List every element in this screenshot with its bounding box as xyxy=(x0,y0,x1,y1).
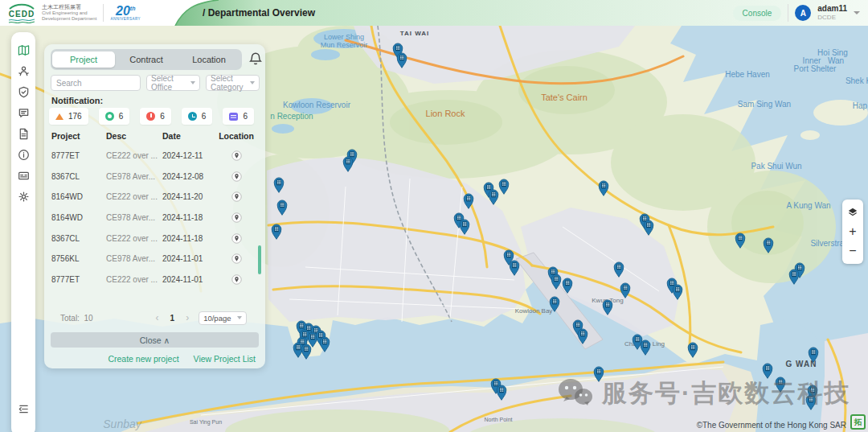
category-select[interactable]: Select Category xyxy=(206,75,260,91)
project-marker[interactable] xyxy=(788,269,800,285)
project-marker[interactable] xyxy=(577,328,588,344)
close-panel-button[interactable]: Close ∧ xyxy=(51,332,259,348)
tab-contract[interactable]: Contract xyxy=(115,51,178,68)
project-marker[interactable] xyxy=(551,274,562,290)
zoom-out-button[interactable]: − xyxy=(844,242,862,260)
tab-project[interactable]: Project xyxy=(52,51,115,68)
document-icon xyxy=(18,128,30,140)
sidebar-item-cards[interactable] xyxy=(15,167,31,183)
location-pin-icon[interactable] xyxy=(231,212,242,223)
project-marker[interactable] xyxy=(762,363,773,379)
total-count: Total: 10 xyxy=(60,314,93,323)
notification-label: Notification: xyxy=(51,96,103,105)
create-new-project-link[interactable]: Create new project xyxy=(108,354,178,364)
zoom-in-button[interactable]: + xyxy=(844,223,862,241)
stat-warning[interactable]: 176 xyxy=(49,108,88,125)
console-button[interactable]: Console xyxy=(733,6,782,21)
location-pin-icon[interactable] xyxy=(231,171,242,182)
stat-messages[interactable]: 6 xyxy=(223,108,254,125)
project-marker[interactable] xyxy=(602,299,613,315)
project-marker[interactable] xyxy=(276,200,288,216)
project-marker[interactable] xyxy=(301,344,312,360)
notification-bell-button[interactable] xyxy=(248,51,263,66)
project-marker[interactable] xyxy=(273,177,285,193)
cell-date: 2024-11-20 xyxy=(162,192,212,201)
table-row[interactable]: 8367CLCE222 over ...2024-11-18 xyxy=(44,228,265,249)
location-pin-icon[interactable] xyxy=(231,150,242,161)
building-pin-icon xyxy=(763,237,774,253)
project-marker[interactable] xyxy=(342,156,354,172)
building-pin-icon xyxy=(459,219,470,235)
search-input[interactable] xyxy=(51,75,141,91)
sidebar-item-info[interactable] xyxy=(15,146,31,163)
location-pin-icon[interactable] xyxy=(231,191,242,202)
sidebar xyxy=(11,32,35,432)
project-marker[interactable] xyxy=(463,193,474,209)
project-marker[interactable] xyxy=(549,296,560,312)
avatar[interactable]: A xyxy=(795,5,811,21)
project-marker[interactable] xyxy=(620,282,631,298)
stat-active[interactable]: 6 xyxy=(99,108,130,125)
location-pin-icon[interactable] xyxy=(231,274,242,285)
stat-alert[interactable]: 6 xyxy=(140,108,171,125)
cell-project: 8777ET xyxy=(44,275,106,284)
anniversary-logo: 20th ANNIVERSARY xyxy=(110,5,141,22)
sidebar-item-approvals[interactable] xyxy=(15,84,31,100)
project-marker[interactable] xyxy=(459,219,470,235)
tab-location[interactable]: Location xyxy=(178,51,240,68)
project-marker[interactable] xyxy=(509,260,520,276)
project-marker[interactable] xyxy=(498,179,510,195)
location-pin-icon[interactable] xyxy=(231,233,242,244)
project-marker[interactable] xyxy=(271,224,282,240)
table-row[interactable]: 8756KLCE978 Aver...2024-11-01 xyxy=(44,249,265,269)
project-marker[interactable] xyxy=(640,339,651,356)
table-row[interactable]: 8777ETCE222 over ...2024-12-11 xyxy=(44,146,265,167)
sidebar-item-settings[interactable] xyxy=(15,188,31,204)
info-icon xyxy=(18,149,30,161)
project-marker[interactable] xyxy=(775,376,786,393)
prev-page-button[interactable]: ‹ xyxy=(156,312,159,323)
project-marker[interactable] xyxy=(562,278,573,294)
chevron-down-icon[interactable] xyxy=(854,11,860,14)
table-row[interactable]: 8164WDCE978 Aver...2024-11-18 xyxy=(44,208,265,228)
page-number[interactable]: 1 xyxy=(170,314,175,323)
project-marker[interactable] xyxy=(643,220,654,236)
project-marker[interactable] xyxy=(488,189,499,205)
table-row[interactable]: 8164WDCE222 over ...2024-11-20 xyxy=(44,187,265,208)
location-pin-icon[interactable] xyxy=(231,253,242,264)
project-marker[interactable] xyxy=(593,366,604,382)
table-row[interactable]: 8367CLCE978 Aver...2024-12-08 xyxy=(44,167,265,187)
project-marker[interactable] xyxy=(805,394,817,410)
building-pin-icon xyxy=(687,342,698,358)
sidebar-item-messages[interactable] xyxy=(15,105,31,121)
office-select[interactable]: Select Office xyxy=(146,75,200,91)
page-size-select[interactable]: 10/page xyxy=(199,311,247,325)
collapse-sidebar-button[interactable] xyxy=(15,401,31,417)
project-marker[interactable] xyxy=(735,232,746,249)
project-marker[interactable] xyxy=(687,342,698,358)
project-marker[interactable] xyxy=(598,180,609,196)
project-marker[interactable] xyxy=(496,385,507,401)
sidebar-item-map[interactable] xyxy=(15,42,31,58)
id-card-icon xyxy=(18,170,30,182)
project-marker[interactable] xyxy=(396,52,407,68)
next-page-button[interactable]: › xyxy=(186,312,189,323)
building-pin-icon xyxy=(276,200,288,216)
table-scrollbar[interactable] xyxy=(258,245,261,274)
project-marker[interactable] xyxy=(808,347,819,363)
view-project-list-link[interactable]: View Project List xyxy=(194,354,256,364)
building-pin-icon xyxy=(319,336,330,352)
table-row[interactable]: 8777ETCE222 over ...2024-11-01 xyxy=(44,269,265,290)
building-pin-icon xyxy=(788,269,800,285)
building-pin-icon xyxy=(602,299,613,315)
sidebar-item-team[interactable] xyxy=(15,63,31,79)
layers-button[interactable] xyxy=(844,204,862,221)
cell-project: 8367CL xyxy=(44,234,106,243)
user-block[interactable]: adam11 DCDE xyxy=(817,4,847,22)
project-marker[interactable] xyxy=(763,237,774,253)
stat-pending[interactable]: 6 xyxy=(182,108,213,125)
project-marker[interactable] xyxy=(613,261,624,278)
project-marker[interactable] xyxy=(319,336,330,352)
project-marker[interactable] xyxy=(672,284,683,300)
sidebar-item-documents[interactable] xyxy=(15,125,31,142)
